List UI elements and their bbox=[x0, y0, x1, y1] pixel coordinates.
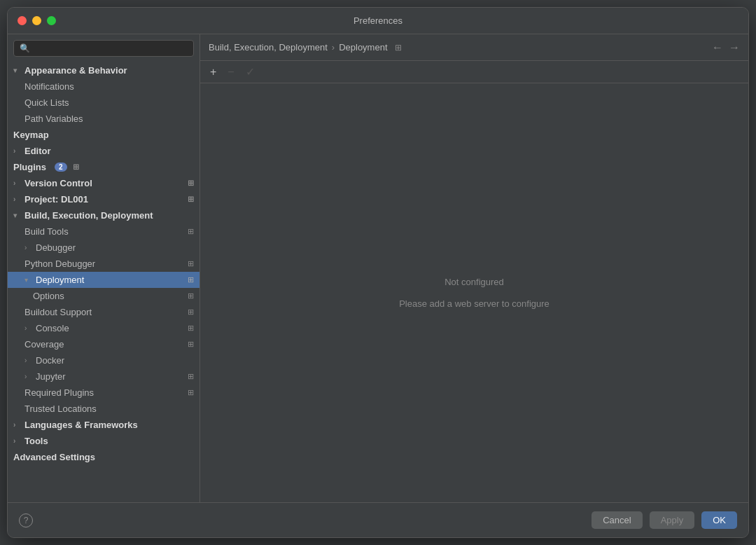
sidebar-item-console[interactable]: › Console ⊞ bbox=[8, 320, 200, 336]
sidebar-item-keymap[interactable]: Keymap bbox=[8, 127, 200, 143]
forward-arrow[interactable]: → bbox=[729, 41, 740, 54]
sidebar-item-label: Project: DL001 bbox=[24, 194, 88, 205]
settings-icon: ⊞ bbox=[73, 163, 79, 172]
settings-icon: ⊞ bbox=[188, 324, 194, 333]
sidebar-item-deployment[interactable]: ▾ Deployment ⊞ bbox=[8, 272, 200, 288]
breadcrumb-item-1: Build, Execution, Deployment bbox=[209, 42, 328, 53]
sidebar-item-label: Deployment bbox=[36, 275, 84, 285]
chevron-right-icon: › bbox=[13, 421, 22, 429]
sidebar-item-label: Path Variables bbox=[24, 113, 83, 124]
sidebar-item-label: Buildout Support bbox=[24, 307, 92, 317]
sidebar-item-quick-lists[interactable]: Quick Lists bbox=[8, 95, 200, 111]
chevron-right-icon: › bbox=[24, 324, 33, 332]
chevron-right-icon: › bbox=[13, 437, 22, 445]
sidebar-item-build-exec-deploy[interactable]: ▾ Build, Execution, Deployment bbox=[8, 207, 200, 223]
help-button[interactable]: ? bbox=[19, 513, 33, 527]
cancel-button[interactable]: Cancel bbox=[592, 511, 642, 529]
panel-header-icon: ⊞ bbox=[395, 43, 402, 53]
sidebar-item-buildout-support[interactable]: Buildout Support ⊞ bbox=[8, 304, 200, 320]
configure-message: Please add a web server to configure bbox=[399, 298, 550, 309]
sidebar-item-editor[interactable]: › Editor bbox=[8, 143, 200, 159]
breadcrumb-separator: › bbox=[332, 42, 335, 53]
sidebar-item-plugins[interactable]: Plugins 2 ⊞ bbox=[8, 159, 200, 175]
sidebar-item-appearance[interactable]: ▾ Appearance & Behavior bbox=[8, 62, 200, 78]
sidebar: 🔍 ▾ Appearance & Behavior Notifications … bbox=[8, 34, 200, 502]
sidebar-item-options[interactable]: Options ⊞ bbox=[8, 288, 200, 304]
nav-arrows: ← → bbox=[712, 41, 740, 54]
sidebar-item-version-control[interactable]: › Version Control ⊞ bbox=[8, 175, 200, 191]
sidebar-item-label: Trusted Locations bbox=[24, 403, 97, 414]
sidebar-item-build-tools[interactable]: Build Tools ⊞ bbox=[8, 223, 200, 240]
sidebar-item-docker[interactable]: › Docker bbox=[8, 352, 200, 368]
sidebar-item-label: Plugins bbox=[13, 162, 46, 172]
chevron-right-icon: › bbox=[13, 179, 22, 187]
search-box[interactable]: 🔍 bbox=[13, 40, 194, 57]
sidebar-item-project[interactable]: › Project: DL001 ⊞ bbox=[8, 191, 200, 207]
titlebar: Preferences bbox=[8, 8, 748, 34]
footer-left: ? bbox=[19, 513, 33, 527]
sidebar-item-notifications[interactable]: Notifications bbox=[8, 78, 200, 95]
remove-button[interactable]: − bbox=[225, 64, 237, 80]
sidebar-item-label: Python Debugger bbox=[24, 258, 95, 269]
sidebar-item-label: Build Tools bbox=[24, 226, 69, 237]
sidebar-item-jupyter[interactable]: › Jupyter ⊞ bbox=[8, 368, 200, 385]
sidebar-item-label: Languages & Frameworks bbox=[24, 420, 138, 430]
chevron-down-icon: ▾ bbox=[24, 276, 33, 284]
apply-button[interactable]: Apply bbox=[650, 511, 695, 529]
maximize-button[interactable] bbox=[47, 16, 56, 25]
sidebar-item-label: Appearance & Behavior bbox=[24, 65, 127, 76]
sidebar-item-label: Notifications bbox=[24, 81, 74, 92]
sidebar-item-languages-frameworks[interactable]: › Languages & Frameworks bbox=[8, 417, 200, 433]
sidebar-item-path-variables[interactable]: Path Variables bbox=[8, 111, 200, 127]
not-configured-label: Not configured bbox=[444, 277, 504, 287]
sidebar-item-label: Required Plugins bbox=[24, 387, 94, 398]
window-controls bbox=[18, 16, 56, 25]
search-input[interactable] bbox=[34, 43, 188, 53]
settings-icon: ⊞ bbox=[188, 372, 194, 381]
chevron-right-icon: › bbox=[24, 357, 33, 364]
settings-icon: ⊞ bbox=[188, 275, 194, 284]
sidebar-item-tools[interactable]: › Tools bbox=[8, 433, 200, 449]
chevron-right-icon: › bbox=[13, 147, 22, 155]
sidebar-item-python-debugger[interactable]: Python Debugger ⊞ bbox=[8, 256, 200, 272]
sidebar-scroll: ▾ Appearance & Behavior Notifications Qu… bbox=[8, 62, 200, 502]
breadcrumb-item-2: Deployment bbox=[339, 42, 387, 53]
add-button[interactable]: + bbox=[207, 64, 219, 80]
check-button[interactable]: ✓ bbox=[243, 64, 258, 80]
chevron-right-icon: › bbox=[24, 244, 33, 251]
chevron-down-icon: ▾ bbox=[13, 67, 22, 74]
settings-icon: ⊞ bbox=[188, 195, 194, 204]
footer: ? Cancel Apply OK bbox=[8, 502, 748, 537]
sidebar-item-advanced-settings[interactable]: Advanced Settings bbox=[8, 449, 200, 465]
minimize-button[interactable] bbox=[32, 16, 41, 25]
window-title: Preferences bbox=[354, 15, 402, 26]
sidebar-item-label: Keymap bbox=[13, 130, 49, 140]
settings-icon: ⊞ bbox=[188, 388, 194, 397]
sidebar-item-trusted-locations[interactable]: Trusted Locations bbox=[8, 401, 200, 417]
sidebar-item-label: Debugger bbox=[36, 242, 76, 253]
settings-icon: ⊞ bbox=[188, 227, 194, 236]
toolbar: + − ✓ bbox=[200, 61, 748, 83]
sidebar-item-label: Docker bbox=[36, 355, 64, 366]
close-button[interactable] bbox=[18, 16, 27, 25]
search-icon: 🔍 bbox=[20, 43, 30, 53]
sidebar-item-label: Tools bbox=[24, 436, 48, 446]
back-arrow[interactable]: ← bbox=[712, 41, 723, 54]
panel-body: Not configured Please add a web server t… bbox=[200, 83, 748, 502]
sidebar-item-label: Build, Execution, Deployment bbox=[24, 210, 153, 221]
sidebar-item-label: Quick Lists bbox=[24, 97, 69, 108]
right-panel: Build, Execution, Deployment › Deploymen… bbox=[200, 34, 748, 502]
chevron-down-icon: ▾ bbox=[13, 212, 22, 219]
sidebar-item-label: Advanced Settings bbox=[13, 452, 95, 462]
settings-icon: ⊞ bbox=[188, 308, 194, 317]
settings-icon: ⊞ bbox=[188, 259, 194, 268]
sidebar-item-coverage[interactable]: Coverage ⊞ bbox=[8, 336, 200, 352]
sidebar-item-label: Jupyter bbox=[36, 371, 66, 382]
plugins-badge: 2 bbox=[55, 163, 67, 172]
chevron-right-icon: › bbox=[13, 195, 22, 203]
settings-icon: ⊞ bbox=[188, 291, 194, 301]
sidebar-item-debugger[interactable]: › Debugger bbox=[8, 240, 200, 256]
sidebar-item-required-plugins[interactable]: Required Plugins ⊞ bbox=[8, 385, 200, 401]
sidebar-item-label: Editor bbox=[24, 146, 51, 156]
ok-button[interactable]: OK bbox=[701, 511, 737, 529]
